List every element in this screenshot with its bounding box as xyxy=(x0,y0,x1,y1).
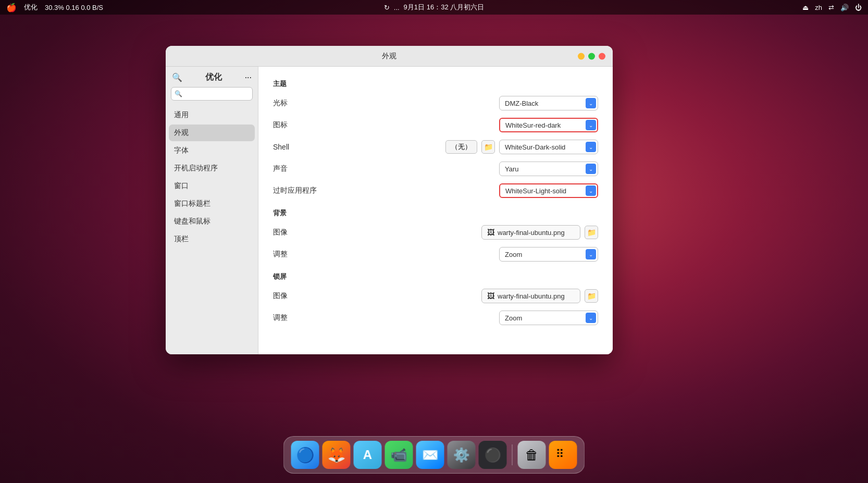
settings-icon: ⚙️ xyxy=(453,447,470,463)
bg-image-control: 🖼 warty-final-ubuntu.png 📁 xyxy=(346,225,598,240)
cursor-row: 光标 DMZ-Black ⌄ xyxy=(273,96,598,110)
sidebar-item-font[interactable]: 字体 xyxy=(169,142,255,159)
sidebar-title: 优化 xyxy=(205,72,222,83)
dock-item-finder[interactable]: 🔵 xyxy=(291,441,319,469)
cursor-label: 光标 xyxy=(273,98,346,108)
lock-image-row: 图像 🖼 warty-final-ubuntu.png 📁 xyxy=(273,289,598,303)
shell-controls: （无） 📁 WhiteSur-Dark-solid ⌄ xyxy=(445,140,598,154)
menubar: 🍎 优化 30.3% 0.16 0.0 B/S ↻ ... 9月1日 16：32… xyxy=(0,0,868,15)
sidebar-header: 🔍 优化 ··· xyxy=(166,67,258,87)
mail-icon: ✉️ xyxy=(422,447,439,463)
dock-item-appstore[interactable]: A xyxy=(354,441,382,469)
icons-control: WhiteSur-red-dark ⌄ xyxy=(346,118,598,132)
eject-icon: ⏏ xyxy=(802,4,809,11)
sound-row: 声音 Yaru ⌄ xyxy=(273,162,598,176)
search-input[interactable] xyxy=(171,87,253,101)
window-minimize-button[interactable] xyxy=(578,53,585,59)
sidebar-item-appearance[interactable]: 外观 xyxy=(169,125,255,141)
bg-image-filename: warty-final-ubuntu.png xyxy=(498,229,565,237)
bg-image-row: 图像 🖼 warty-final-ubuntu.png 📁 xyxy=(273,225,598,240)
sidebar-nav: 通用 外观 字体 开机启动程序 窗口 窗口标题栏 键盘和鼠标 顶栏 xyxy=(166,105,258,354)
dock-item-settings[interactable]: ⚙️ xyxy=(448,441,476,469)
shell-none-button[interactable]: （无） xyxy=(445,140,477,154)
icons-select[interactable]: WhiteSur-red-dark xyxy=(499,118,598,132)
bg-adjust-select-wrapper: Zoom ⌄ xyxy=(499,247,598,262)
icons-label: 图标 xyxy=(273,120,346,130)
icons-select-wrapper: WhiteSur-red-dark ⌄ xyxy=(499,118,598,132)
lock-image-row-inner: 🖼 warty-final-ubuntu.png 📁 xyxy=(481,289,598,303)
dock-item-firefox[interactable]: 🦊 xyxy=(323,441,351,469)
bg-adjust-label: 调整 xyxy=(273,250,346,259)
sound-select-wrapper: Yaru ⌄ xyxy=(499,162,598,176)
sidebar: 🔍 优化 ··· 🔍 通用 外观 字体 开机启动程序 窗口 窗口标题栏 键盘和鼠… xyxy=(166,67,258,354)
dock-item-launchpad[interactable]: ⠿ xyxy=(549,441,577,469)
lang-label[interactable]: zh xyxy=(815,4,822,11)
lock-image-control: 🖼 warty-final-ubuntu.png 📁 xyxy=(346,289,598,303)
shell-control: （无） 📁 WhiteSur-Dark-solid ⌄ xyxy=(346,140,598,154)
dock-divider xyxy=(512,444,513,465)
bg-image-button[interactable]: 🖼 warty-final-ubuntu.png xyxy=(481,225,580,240)
window-close-button[interactable] xyxy=(599,53,605,59)
window-maximize-button[interactable] xyxy=(588,53,595,59)
sound-label: 声音 xyxy=(273,164,346,174)
window-titlebar: 外观 xyxy=(166,46,613,67)
window-controls xyxy=(578,53,605,59)
timeout-app-control: WhiteSur-Light-solid ⌄ xyxy=(346,183,598,198)
apple-menu-icon[interactable]: 🍎 xyxy=(6,3,17,13)
dock-item-facetime[interactable]: 📹 xyxy=(385,441,413,469)
power-icon[interactable]: ⏻ xyxy=(855,4,862,11)
cursor-select[interactable]: DMZ-Black xyxy=(499,96,598,110)
dock-item-trash[interactable]: 🗑 xyxy=(518,441,546,469)
refresh-icon: ↻ xyxy=(384,4,390,11)
bg-image-folder-button[interactable]: 📁 xyxy=(585,226,598,239)
shell-label: Shell xyxy=(273,143,346,151)
cursor-select-wrapper: DMZ-Black ⌄ xyxy=(499,96,598,110)
bg-image-row-inner: 🖼 warty-final-ubuntu.png 📁 xyxy=(481,225,598,240)
sound-control: Yaru ⌄ xyxy=(346,162,598,176)
arrows-icon: ⇄ xyxy=(828,4,834,11)
lock-image-button[interactable]: 🖼 warty-final-ubuntu.png xyxy=(481,289,580,303)
app-name-label[interactable]: 优化 xyxy=(24,3,38,12)
sound-select[interactable]: Yaru xyxy=(499,162,598,176)
lockscreen-section-title: 锁屏 xyxy=(273,272,598,281)
dock: 🔵 🦊 A 📹 ✉️ ⚙️ ⚫ 🗑 ⠿ xyxy=(283,436,585,474)
volume-icon[interactable]: 🔊 xyxy=(840,4,849,11)
sidebar-item-keyboard-mouse[interactable]: 键盘和鼠标 xyxy=(169,213,255,230)
bg-image-label: 图像 xyxy=(273,228,346,237)
shell-row: Shell （无） 📁 WhiteSur-Dark-solid ⌄ xyxy=(273,140,598,154)
bg-adjust-control: Zoom ⌄ xyxy=(346,247,598,262)
sidebar-icon-search[interactable]: 🔍 xyxy=(172,72,182,82)
datetime-label: 9月1日 16：32 八月初六日 xyxy=(404,3,485,12)
lock-adjust-row: 调整 Zoom ⌄ xyxy=(273,311,598,325)
lock-image-filename: warty-final-ubuntu.png xyxy=(498,292,565,300)
shell-select-wrapper: WhiteSur-Dark-solid ⌄ xyxy=(499,140,598,154)
timeout-app-select-wrapper: WhiteSur-Light-solid ⌄ xyxy=(499,183,598,198)
finder-icon: 🔵 xyxy=(296,447,314,464)
sidebar-item-general[interactable]: 通用 xyxy=(169,107,255,123)
sidebar-item-topbar[interactable]: 顶栏 xyxy=(169,231,255,247)
lock-adjust-select[interactable]: Zoom xyxy=(499,311,598,325)
sidebar-icon-more[interactable]: ··· xyxy=(245,73,252,82)
lock-image-icon: 🖼 xyxy=(487,292,494,300)
bg-adjust-select[interactable]: Zoom xyxy=(499,247,598,262)
firefox-icon: 🦊 xyxy=(327,447,345,464)
timeout-app-label: 过时应用程序 xyxy=(273,186,346,195)
shell-folder-button[interactable]: 📁 xyxy=(481,140,495,154)
shell-select[interactable]: WhiteSur-Dark-solid xyxy=(499,140,598,154)
bg-image-icon: 🖼 xyxy=(487,228,494,237)
timeout-app-select[interactable]: WhiteSur-Light-solid xyxy=(499,183,598,198)
sidebar-item-titlebar[interactable]: 窗口标题栏 xyxy=(169,195,255,212)
lock-image-folder-button[interactable]: 📁 xyxy=(585,289,598,303)
timeout-app-row: 过时应用程序 WhiteSur-Light-solid ⌄ xyxy=(273,183,598,198)
sidebar-item-startup[interactable]: 开机启动程序 xyxy=(169,160,255,177)
dock-item-music[interactable]: ⚫ xyxy=(479,441,507,469)
trash-icon: 🗑 xyxy=(525,447,539,463)
background-section-title: 背景 xyxy=(273,208,598,218)
dock-item-mail[interactable]: ✉️ xyxy=(416,441,444,469)
main-window: 外观 🔍 优化 ··· 🔍 通用 外观 字体 开机启动程序 窗口 xyxy=(166,46,613,354)
search-box: 🔍 xyxy=(171,87,253,101)
sidebar-item-window[interactable]: 窗口 xyxy=(169,178,255,194)
lock-adjust-control: Zoom ⌄ xyxy=(346,311,598,325)
lock-adjust-select-wrapper: Zoom ⌄ xyxy=(499,311,598,325)
cursor-control: DMZ-Black ⌄ xyxy=(346,96,598,110)
